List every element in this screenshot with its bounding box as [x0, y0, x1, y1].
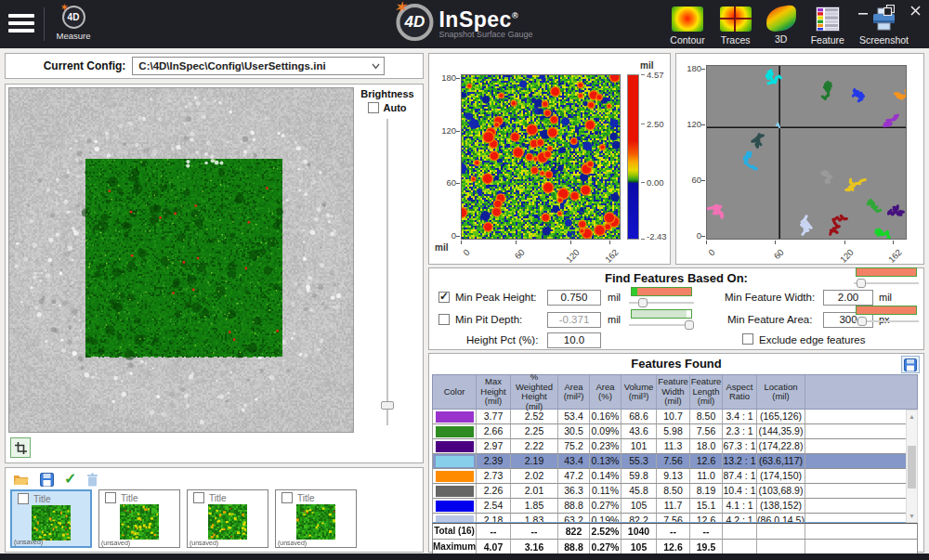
contour-button[interactable]: Contour	[670, 7, 704, 46]
delete-button[interactable]	[86, 473, 98, 487]
measurement-thumbnail[interactable]	[32, 505, 71, 540]
measure-logo[interactable]: ✶ 4D Measure	[52, 6, 95, 41]
save-button[interactable]	[40, 473, 54, 487]
slider-thumb[interactable]	[857, 279, 866, 288]
scroll-down-arrow[interactable]: ▼	[907, 510, 917, 522]
table-cell: 2.52	[511, 410, 558, 424]
slider-thumb[interactable]	[685, 320, 694, 330]
column-header-feature[interactable]: FeatureWidth(mil)	[657, 375, 690, 409]
colorbar-tick-label: -2.43	[647, 231, 667, 241]
feature-button[interactable]: Feature	[811, 7, 844, 46]
table-row[interactable]: 2.972.2275.20.23%10111.318.067.3 : 1(174…	[433, 439, 917, 454]
table-cell: 30.5	[558, 424, 590, 439]
min-pit-depth-checkbox[interactable]	[438, 314, 450, 325]
brightness-slider[interactable]	[378, 119, 397, 425]
auto-brightness-checkbox[interactable]	[368, 102, 379, 113]
column-header-feature[interactable]: FeatureLength(mil)	[690, 375, 723, 409]
accept-button[interactable]: ✓	[64, 473, 76, 486]
table-row[interactable]: 2.662.2530.50.09%43.65.987.562.3 : 1(144…	[433, 424, 917, 439]
hamburger-menu-icon[interactable]	[8, 14, 34, 34]
config-bar: Current Config: C:\4D\InSpec\Config\User…	[5, 53, 424, 79]
x-axis-tick-label: 60	[513, 247, 527, 261]
table-cell: 18.0	[690, 439, 723, 454]
column-header-aspect[interactable]: AspectRatio	[723, 375, 757, 409]
column-header-color[interactable]: Color	[433, 375, 477, 409]
min-peak-height-slider[interactable]	[629, 287, 694, 309]
min-peak-height-checkbox[interactable]	[438, 292, 450, 303]
column-header-area[interactable]: Area(mil²)	[558, 375, 590, 409]
slider-track	[386, 119, 388, 425]
slider-thumb[interactable]	[381, 401, 394, 410]
tick-mark	[461, 241, 462, 244]
measurement-thumbnail[interactable]	[296, 504, 335, 540]
slider-thumb[interactable]	[857, 317, 867, 326]
column-header--weighted[interactable]: % WeightedHeight(mil)	[511, 375, 558, 409]
scrollbar-thumb[interactable]	[908, 446, 916, 488]
title-checkbox[interactable]	[193, 492, 204, 503]
measurement-card[interactable]: Title(unsaved)	[187, 489, 268, 548]
save-table-button[interactable]	[901, 356, 920, 373]
features-map-plot[interactable]	[706, 65, 907, 240]
height-map-plot[interactable]	[461, 74, 621, 240]
measurement-thumbnail[interactable]	[208, 504, 247, 540]
tick-mark	[456, 131, 460, 132]
height-pct-label: Height Pct (%):	[466, 334, 538, 345]
scroll-up-arrow[interactable]: ▲	[907, 410, 917, 423]
height-map-canvas[interactable]	[462, 75, 620, 239]
surface-image-canvas[interactable]	[9, 88, 353, 432]
unsaved-label: (unsaved)	[190, 540, 218, 546]
surface-image[interactable]	[8, 87, 354, 433]
exclude-edge-features-label: Exclude edge features	[759, 334, 865, 345]
3d-button[interactable]: 3D	[766, 7, 796, 46]
table-scrollbar[interactable]: ▲ ▼	[906, 410, 918, 523]
table-cell: 36.3	[558, 484, 590, 499]
table-body[interactable]: 3.772.5253.40.16%68.610.78.503.4 : 1(165…	[432, 410, 918, 523]
column-header-filler	[805, 375, 917, 409]
table-cell: 0.27%	[590, 499, 622, 514]
table-row[interactable]: 2.181.8363.20.19%82.27.5612.64.2 : 1(86.…	[433, 514, 917, 523]
table-row[interactable]: 2.541.8588.80.27%10511.715.14.1 : 1(138,…	[433, 499, 917, 514]
height-pct-input[interactable]: 10.0	[547, 332, 601, 348]
column-header-max[interactable]: MaxHeight(mil)	[477, 375, 511, 409]
min-pit-depth-slider[interactable]	[629, 309, 694, 332]
column-header-area[interactable]: Area(%)	[590, 375, 622, 409]
title-checkbox[interactable]	[105, 492, 116, 503]
slider-thumb[interactable]	[638, 298, 648, 307]
table-row[interactable]: 2.392.1943.40.13%55.37.5612.613.2 : 1(63…	[433, 454, 917, 469]
table-cell: 2.73	[477, 469, 511, 484]
crop-button[interactable]	[10, 437, 31, 458]
color-swatch	[436, 426, 474, 437]
table-row[interactable]: 2.732.0247.20.14%59.89.1311.087.4 : 1(17…	[433, 469, 917, 484]
tick-mark	[641, 182, 645, 183]
measurement-thumbnail[interactable]	[120, 504, 159, 540]
title-checkbox[interactable]	[18, 493, 29, 504]
tick-mark	[844, 241, 845, 244]
measurement-card[interactable]: Title(unsaved)	[275, 489, 357, 548]
min-feature-width-slider[interactable]	[854, 267, 919, 290]
measurement-card[interactable]: Title(unsaved)	[98, 489, 180, 548]
min-feature-width-input[interactable]: 2.00	[823, 290, 873, 306]
feature-color-cell	[433, 439, 477, 454]
minimize-button[interactable]	[857, 5, 870, 16]
app-title: InSpec®	[438, 6, 532, 30]
min-feature-area-slider[interactable]	[854, 306, 919, 328]
measurement-card[interactable]: Title(unsaved)	[10, 489, 92, 548]
column-header-volume[interactable]: Volume(mil³)	[622, 375, 657, 409]
restore-button[interactable]	[883, 5, 896, 16]
config-dropdown[interactable]: C:\4D\InSpec\Config\UserSettings.ini	[132, 57, 385, 75]
table-cell	[723, 524, 757, 540]
min-pit-depth-input[interactable]: -0.371	[547, 312, 601, 328]
table-row[interactable]: 3.772.5253.40.16%68.610.78.503.4 : 1(165…	[433, 410, 917, 424]
table-row[interactable]: 2.262.0136.30.11%45.88.508.1910.4 : 1(10…	[433, 484, 917, 499]
exclude-edge-features-checkbox[interactable]	[742, 333, 753, 345]
traces-button[interactable]: Traces	[720, 7, 752, 46]
open-button[interactable]	[13, 473, 30, 486]
min-peak-height-input[interactable]: 0.750	[547, 290, 601, 306]
features-map-canvas[interactable]	[707, 66, 906, 239]
close-button[interactable]	[909, 5, 922, 16]
color-swatch	[436, 501, 474, 512]
title-checkbox[interactable]	[281, 492, 293, 503]
column-header-location[interactable]: Location(mil)	[757, 375, 805, 409]
y-axis-tick-label: 0	[677, 230, 701, 241]
min-feature-width-unit: mil	[879, 292, 892, 303]
